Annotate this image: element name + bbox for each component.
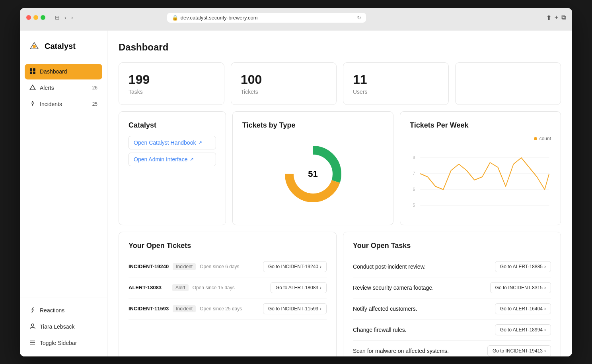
page-title: Dashboard	[119, 42, 561, 53]
lock-icon: 🔒	[172, 15, 178, 21]
task-text-5: Scan for malware on affected systems.	[353, 348, 487, 354]
app-title: Catalyst	[45, 42, 76, 51]
chart-legend: count	[534, 136, 551, 141]
chevron-icon-1: ›	[320, 264, 321, 269]
task-btn-label-5: Go to INCIDENT-19413	[493, 348, 543, 354]
ticket-id-3: INCIDENT-11593	[129, 306, 169, 312]
ticket-since-1: Open since 6 days	[200, 264, 259, 269]
open-tasks-title: Your Open Tasks	[353, 242, 551, 250]
catalyst-card-title: Catalyst	[129, 121, 216, 130]
admin-interface-link[interactable]: Open Admin Interface ↗	[129, 153, 216, 166]
open-tickets-title: Your Open Tickets	[129, 242, 327, 250]
task-text-3: Notify affected customers.	[353, 306, 495, 312]
tasks-number: 199	[129, 72, 214, 87]
back-btn[interactable]: ‹	[63, 13, 68, 22]
close-button[interactable]	[26, 15, 31, 20]
sidebar-item-alerts[interactable]: Alerts 26	[25, 80, 102, 96]
ticket-btn-label-2: Go to ALERT-18083	[276, 285, 318, 290]
task-chevron-2: ›	[544, 285, 546, 290]
url-text: dev.catalyst.security-brewery.com	[181, 15, 258, 21]
donut-chart: 51	[281, 142, 345, 206]
tickets-number: 100	[241, 72, 327, 87]
users-number: 11	[353, 72, 439, 87]
task-btn-label-4: Go to ALERT-18994	[500, 327, 543, 333]
legend-dot	[534, 137, 537, 140]
browser-actions: ⬆ + ⧉	[546, 14, 566, 21]
sidebar-item-reactions[interactable]: Reactions	[25, 303, 102, 318]
tabs-icon[interactable]: ⧉	[561, 14, 566, 21]
svg-rect-4	[30, 72, 32, 74]
line-chart: count 5 6 7 8	[410, 136, 551, 215]
tickets-per-week-card: Tickets Per Week count 5 6 7 8	[400, 111, 561, 225]
ticket-row-2: ALERT-18083 Alert Open since 15 days Go …	[129, 277, 327, 298]
svg-rect-5	[33, 72, 35, 74]
forward-btn[interactable]: ›	[70, 13, 75, 22]
sidebar: Catalyst Dashboard	[20, 31, 107, 356]
new-tab-icon[interactable]: +	[555, 14, 558, 21]
open-tasks-card: Your Open Tasks Conduct post-incident re…	[343, 232, 561, 356]
ticket-goto-2[interactable]: Go to ALERT-18083 ›	[271, 282, 327, 293]
address-bar[interactable]: 🔒 dev.catalyst.security-brewery.com ↻	[167, 13, 366, 23]
cards-row: Catalyst Open Catalyst Handbook ↗ Open A…	[119, 111, 561, 225]
toggle-sidebar-label: Toggle Sidebar	[40, 340, 77, 346]
task-text-2: Review security camera footage.	[353, 285, 490, 291]
browser-tabs-bar	[26, 27, 566, 31]
tickets-by-type-title: Tickets by Type	[242, 121, 384, 130]
ticket-row-3: INCIDENT-11593 Incident Open since 25 da…	[129, 298, 327, 319]
task-goto-5[interactable]: Go to INCIDENT-19413 ›	[487, 345, 551, 356]
browser-chrome: ⊟ ‹ › 🔒 dev.catalyst.security-brewery.co…	[20, 8, 572, 31]
task-goto-3[interactable]: Go to ALERT-16404 ›	[495, 303, 551, 314]
task-goto-2[interactable]: Go to INCIDENT-8315 ›	[490, 282, 551, 293]
ticket-type-3: Incident	[173, 305, 196, 312]
task-chevron-3: ›	[544, 306, 546, 312]
sidebar-item-incidents[interactable]: Incidents 25	[25, 97, 102, 112]
ticket-type-1: Incident	[173, 263, 196, 270]
sidebar-item-user[interactable]: Tiara Lebsack	[25, 319, 102, 335]
task-chevron-4: ›	[544, 327, 546, 333]
browser-top-bar: ⊟ ‹ › 🔒 dev.catalyst.security-brewery.co…	[26, 13, 566, 23]
ticket-goto-1[interactable]: Go to INCIDENT-19240 ›	[263, 261, 327, 272]
catalyst-handbook-link[interactable]: Open Catalyst Handbook ↗	[129, 136, 216, 149]
ticket-goto-3[interactable]: Go to INCIDENT-11593 ›	[263, 303, 327, 314]
share-icon[interactable]: ⬆	[546, 14, 551, 21]
svg-text:7: 7	[413, 170, 415, 175]
svg-text:5: 5	[413, 202, 415, 207]
task-text-4: Change firewall rules.	[353, 327, 495, 333]
maximize-button[interactable]	[41, 15, 45, 20]
sidebar-toggle-btn[interactable]: ⊟	[53, 13, 61, 22]
ticket-since-2: Open since 15 days	[193, 285, 267, 290]
legend-label: count	[539, 136, 551, 141]
reactions-label: Reactions	[40, 307, 64, 314]
ticket-row-1: INCIDENT-19240 Incident Open since 6 day…	[129, 256, 327, 277]
minimize-button[interactable]	[33, 15, 38, 20]
ticket-id-2: ALERT-18083	[129, 285, 168, 290]
task-row-5: Scan for malware on affected systems. Go…	[353, 341, 551, 356]
chevron-icon-3: ›	[320, 306, 321, 312]
stat-card-empty	[455, 62, 561, 105]
admin-interface-text: Open Admin Interface	[134, 156, 187, 163]
tickets-by-type-card: Tickets by Type 51	[232, 111, 393, 225]
user-label: Tiara Lebsack	[40, 323, 74, 330]
sidebar-item-dashboard[interactable]: Dashboard	[25, 64, 102, 79]
dashboard-label: Dashboard	[40, 68, 67, 75]
ticket-btn-label-1: Go to INCIDENT-19240	[268, 264, 318, 269]
svg-rect-3	[33, 68, 35, 71]
toggle-sidebar-button[interactable]: Toggle Sidebar	[25, 335, 102, 351]
stat-card-tickets: 100 Tickets	[231, 62, 337, 105]
bottom-row: Your Open Tickets INCIDENT-19240 Inciden…	[119, 232, 561, 356]
browser-window: ⊟ ‹ › 🔒 dev.catalyst.security-brewery.co…	[20, 8, 572, 356]
tickets-label: Tickets	[241, 89, 327, 95]
donut-chart-container: 51	[242, 136, 384, 212]
incidents-label: Incidents	[40, 101, 62, 107]
ticket-type-2: Alert	[172, 284, 189, 291]
dashboard-icon	[29, 68, 36, 76]
task-goto-4[interactable]: Go to ALERT-18994 ›	[495, 324, 551, 335]
task-goto-1[interactable]: Go to ALERT-18885 ›	[495, 261, 551, 272]
donut-center-label: 51	[308, 169, 317, 179]
task-row-3: Notify affected customers. Go to ALERT-1…	[353, 298, 551, 319]
task-text-1: Conduct post-incident review.	[353, 263, 495, 270]
catalyst-handbook-text: Open Catalyst Handbook	[134, 139, 196, 146]
task-row-2: Review security camera footage. Go to IN…	[353, 277, 551, 298]
sidebar-bottom: Reactions Tiara Lebsack	[20, 298, 107, 356]
alert-icon	[29, 84, 36, 92]
